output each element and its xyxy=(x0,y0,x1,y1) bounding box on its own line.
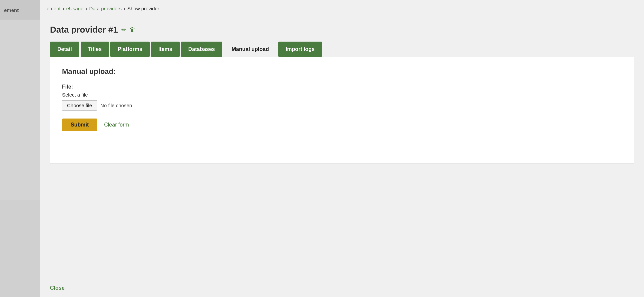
tab-manual-upload[interactable]: Manual upload xyxy=(224,42,277,57)
breadcrumb-sep-1: › xyxy=(63,6,64,11)
breadcrumb-sep-2: › xyxy=(85,6,87,11)
tab-databases[interactable]: Databases xyxy=(181,42,222,57)
form-actions: Submit Clear form xyxy=(62,119,622,131)
close-link[interactable]: Close xyxy=(50,285,65,291)
breadcrumb: ement › eUsage › Data providers › Show p… xyxy=(40,0,644,17)
file-form-group: File: Select a file Choose file No file … xyxy=(62,84,622,111)
tab-items[interactable]: Items xyxy=(151,42,180,57)
content-area: Data provider #1 ✏ 🗑 Detail Titles Platf… xyxy=(40,17,644,279)
sidebar-top: ement xyxy=(0,0,40,20)
main-content: ement › eUsage › Data providers › Show p… xyxy=(40,0,644,297)
breadcrumb-current: Show provider xyxy=(127,6,159,11)
manual-upload-panel: Manual upload: File: Select a file Choos… xyxy=(50,57,634,163)
delete-icon[interactable]: 🗑 xyxy=(130,26,136,33)
sidebar-bottom xyxy=(0,200,40,297)
choose-file-button[interactable]: Choose file xyxy=(62,100,97,111)
tabs-bar: Detail Titles Platforms Items Databases … xyxy=(50,42,634,57)
breadcrumb-item-ement[interactable]: ement xyxy=(47,6,61,11)
no-file-text: No file chosen xyxy=(100,103,132,108)
page-title: Data provider #1 xyxy=(50,25,118,35)
file-input-row: Choose file No file chosen xyxy=(62,100,622,111)
file-sublabel: Select a file xyxy=(62,92,622,98)
tab-platforms[interactable]: Platforms xyxy=(110,42,150,57)
submit-button[interactable]: Submit xyxy=(62,119,97,131)
page-header: Data provider #1 ✏ 🗑 xyxy=(50,25,634,35)
panel-title: Manual upload: xyxy=(62,67,622,76)
sidebar-label: ement xyxy=(4,7,19,13)
tab-titles[interactable]: Titles xyxy=(81,42,109,57)
file-label: File: xyxy=(62,84,622,90)
breadcrumb-sep-3: › xyxy=(124,6,125,11)
breadcrumb-item-eusage[interactable]: eUsage xyxy=(66,6,84,11)
footer-bar: Close xyxy=(40,279,644,297)
tab-detail[interactable]: Detail xyxy=(50,42,79,57)
edit-icon[interactable]: ✏ xyxy=(121,26,126,34)
sidebar: ement xyxy=(0,0,40,297)
tab-import-logs[interactable]: Import logs xyxy=(278,42,322,57)
clear-form-button[interactable]: Clear form xyxy=(104,122,129,128)
breadcrumb-item-data-providers[interactable]: Data providers xyxy=(89,6,122,11)
